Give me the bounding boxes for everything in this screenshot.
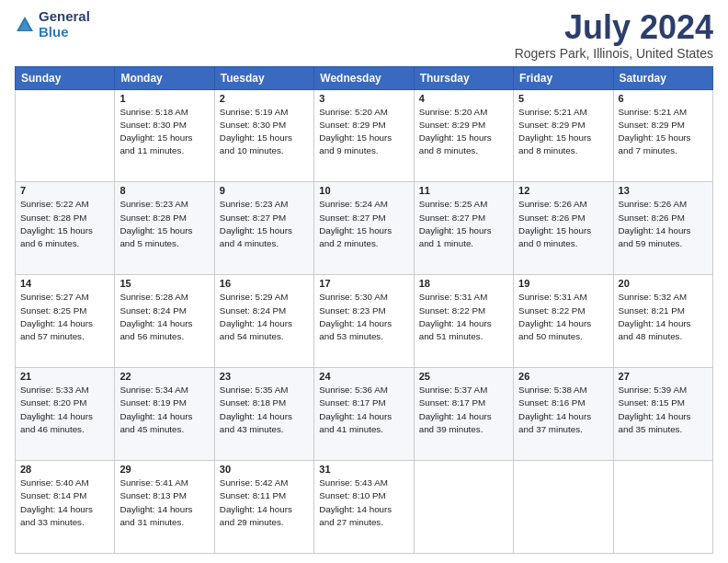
day-number: 14	[20, 278, 109, 289]
calendar-cell: 31Sunrise: 5:43 AM Sunset: 8:10 PM Dayli…	[314, 461, 414, 554]
day-info: Sunrise: 5:35 AM Sunset: 8:18 PM Dayligh…	[220, 384, 309, 436]
calendar-cell: 14Sunrise: 5:27 AM Sunset: 8:25 PM Dayli…	[16, 275, 115, 368]
day-info: Sunrise: 5:20 AM Sunset: 8:29 PM Dayligh…	[419, 106, 508, 158]
day-number: 6	[619, 93, 708, 104]
day-number: 19	[518, 278, 608, 289]
col-thursday: Thursday	[414, 66, 513, 89]
calendar-header-row: Sunday Monday Tuesday Wednesday Thursday…	[16, 66, 713, 89]
day-info: Sunrise: 5:26 AM Sunset: 8:26 PM Dayligh…	[619, 198, 708, 250]
day-info: Sunrise: 5:40 AM Sunset: 8:14 PM Dayligh…	[20, 477, 109, 529]
day-info: Sunrise: 5:26 AM Sunset: 8:26 PM Dayligh…	[518, 198, 608, 250]
calendar-cell: 16Sunrise: 5:29 AM Sunset: 8:24 PM Dayli…	[214, 275, 313, 368]
calendar-cell: 28Sunrise: 5:40 AM Sunset: 8:14 PM Dayli…	[16, 461, 115, 554]
calendar-cell	[414, 461, 513, 554]
calendar-table: Sunday Monday Tuesday Wednesday Thursday…	[15, 66, 713, 554]
day-info: Sunrise: 5:34 AM Sunset: 8:19 PM Dayligh…	[119, 384, 209, 436]
day-info: Sunrise: 5:25 AM Sunset: 8:27 PM Dayligh…	[419, 198, 508, 250]
calendar-cell: 21Sunrise: 5:33 AM Sunset: 8:20 PM Dayli…	[16, 368, 115, 461]
calendar-cell: 15Sunrise: 5:28 AM Sunset: 8:24 PM Dayli…	[115, 275, 214, 368]
day-number: 17	[319, 278, 408, 289]
calendar-cell: 7Sunrise: 5:22 AM Sunset: 8:28 PM Daylig…	[16, 182, 115, 275]
calendar-cell: 25Sunrise: 5:37 AM Sunset: 8:17 PM Dayli…	[414, 368, 513, 461]
calendar-week-row-1: 7Sunrise: 5:22 AM Sunset: 8:28 PM Daylig…	[16, 182, 713, 275]
day-number: 11	[419, 185, 508, 196]
day-info: Sunrise: 5:28 AM Sunset: 8:24 PM Dayligh…	[119, 291, 209, 343]
calendar-week-row-0: 1Sunrise: 5:18 AM Sunset: 8:30 PM Daylig…	[16, 89, 713, 182]
day-info: Sunrise: 5:43 AM Sunset: 8:10 PM Dayligh…	[319, 477, 408, 529]
calendar-cell: 13Sunrise: 5:26 AM Sunset: 8:26 PM Dayli…	[613, 182, 712, 275]
col-sunday: Sunday	[16, 66, 115, 89]
day-number: 13	[619, 185, 708, 196]
day-info: Sunrise: 5:20 AM Sunset: 8:29 PM Dayligh…	[319, 106, 408, 158]
day-info: Sunrise: 5:37 AM Sunset: 8:17 PM Dayligh…	[419, 384, 508, 436]
day-info: Sunrise: 5:18 AM Sunset: 8:30 PM Dayligh…	[119, 106, 209, 158]
calendar-cell: 4Sunrise: 5:20 AM Sunset: 8:29 PM Daylig…	[414, 89, 513, 182]
day-number: 5	[518, 93, 608, 104]
calendar-cell: 26Sunrise: 5:38 AM Sunset: 8:16 PM Dayli…	[514, 368, 613, 461]
day-number: 24	[319, 371, 408, 382]
day-info: Sunrise: 5:23 AM Sunset: 8:28 PM Dayligh…	[119, 198, 209, 250]
logo-blue-text: Blue	[39, 25, 90, 40]
day-number: 1	[119, 93, 209, 104]
logo-text: General Blue	[39, 9, 90, 40]
day-number: 3	[319, 93, 408, 104]
day-info: Sunrise: 5:29 AM Sunset: 8:24 PM Dayligh…	[220, 291, 309, 343]
day-number: 4	[419, 93, 508, 104]
day-info: Sunrise: 5:33 AM Sunset: 8:20 PM Dayligh…	[20, 384, 109, 436]
day-info: Sunrise: 5:32 AM Sunset: 8:21 PM Dayligh…	[619, 291, 708, 343]
calendar-cell: 5Sunrise: 5:21 AM Sunset: 8:29 PM Daylig…	[514, 89, 613, 182]
logo: General Blue	[15, 9, 90, 40]
calendar-cell: 29Sunrise: 5:41 AM Sunset: 8:13 PM Dayli…	[115, 461, 214, 554]
calendar-cell: 6Sunrise: 5:21 AM Sunset: 8:29 PM Daylig…	[613, 89, 712, 182]
title-block: July 2024 Rogers Park, Illinois, United …	[515, 9, 713, 61]
day-info: Sunrise: 5:30 AM Sunset: 8:23 PM Dayligh…	[319, 291, 408, 343]
calendar-cell: 22Sunrise: 5:34 AM Sunset: 8:19 PM Dayli…	[115, 368, 214, 461]
calendar-cell: 19Sunrise: 5:31 AM Sunset: 8:22 PM Dayli…	[514, 275, 613, 368]
calendar-cell: 17Sunrise: 5:30 AM Sunset: 8:23 PM Dayli…	[314, 275, 414, 368]
day-number: 31	[319, 464, 408, 475]
day-info: Sunrise: 5:19 AM Sunset: 8:30 PM Dayligh…	[220, 106, 309, 158]
calendar-cell	[613, 461, 712, 554]
day-number: 26	[518, 371, 608, 382]
col-saturday: Saturday	[613, 66, 712, 89]
calendar-cell: 12Sunrise: 5:26 AM Sunset: 8:26 PM Dayli…	[514, 182, 613, 275]
calendar-cell: 30Sunrise: 5:42 AM Sunset: 8:11 PM Dayli…	[214, 461, 313, 554]
location: Rogers Park, Illinois, United States	[515, 46, 713, 61]
day-number: 21	[20, 371, 109, 382]
calendar-week-row-4: 28Sunrise: 5:40 AM Sunset: 8:14 PM Dayli…	[16, 461, 713, 554]
calendar-cell: 18Sunrise: 5:31 AM Sunset: 8:22 PM Dayli…	[414, 275, 513, 368]
day-info: Sunrise: 5:27 AM Sunset: 8:25 PM Dayligh…	[20, 291, 109, 343]
calendar-cell: 9Sunrise: 5:23 AM Sunset: 8:27 PM Daylig…	[214, 182, 313, 275]
day-number: 8	[119, 185, 209, 196]
calendar-cell: 1Sunrise: 5:18 AM Sunset: 8:30 PM Daylig…	[115, 89, 214, 182]
logo-general-text: General	[39, 9, 90, 25]
calendar-cell: 23Sunrise: 5:35 AM Sunset: 8:18 PM Dayli…	[214, 368, 313, 461]
day-number: 16	[220, 278, 309, 289]
day-info: Sunrise: 5:31 AM Sunset: 8:22 PM Dayligh…	[419, 291, 508, 343]
day-number: 10	[319, 185, 408, 196]
calendar-cell: 24Sunrise: 5:36 AM Sunset: 8:17 PM Dayli…	[314, 368, 414, 461]
day-info: Sunrise: 5:39 AM Sunset: 8:15 PM Dayligh…	[619, 384, 708, 436]
day-info: Sunrise: 5:22 AM Sunset: 8:28 PM Dayligh…	[20, 198, 109, 250]
day-info: Sunrise: 5:41 AM Sunset: 8:13 PM Dayligh…	[119, 477, 209, 529]
page: General Blue July 2024 Rogers Park, Illi…	[0, 0, 728, 563]
day-info: Sunrise: 5:21 AM Sunset: 8:29 PM Dayligh…	[518, 106, 608, 158]
day-number: 25	[419, 371, 508, 382]
day-number: 20	[619, 278, 708, 289]
day-number: 22	[119, 371, 209, 382]
calendar-cell	[16, 89, 115, 182]
calendar-cell: 3Sunrise: 5:20 AM Sunset: 8:29 PM Daylig…	[314, 89, 414, 182]
calendar-cell: 11Sunrise: 5:25 AM Sunset: 8:27 PM Dayli…	[414, 182, 513, 275]
day-number: 15	[119, 278, 209, 289]
calendar-cell: 2Sunrise: 5:19 AM Sunset: 8:30 PM Daylig…	[214, 89, 313, 182]
calendar-cell: 27Sunrise: 5:39 AM Sunset: 8:15 PM Dayli…	[613, 368, 712, 461]
col-monday: Monday	[115, 66, 214, 89]
day-info: Sunrise: 5:42 AM Sunset: 8:11 PM Dayligh…	[220, 477, 309, 529]
day-number: 30	[220, 464, 309, 475]
calendar-cell: 8Sunrise: 5:23 AM Sunset: 8:28 PM Daylig…	[115, 182, 214, 275]
logo-icon	[15, 15, 35, 35]
calendar-cell	[514, 461, 613, 554]
day-info: Sunrise: 5:31 AM Sunset: 8:22 PM Dayligh…	[518, 291, 608, 343]
col-wednesday: Wednesday	[314, 66, 414, 89]
day-number: 28	[20, 464, 109, 475]
